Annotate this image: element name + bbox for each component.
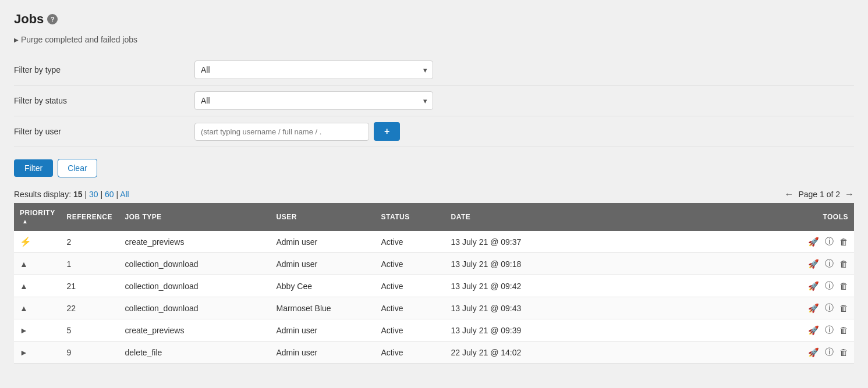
results-separator-1: |	[84, 190, 89, 199]
purge-section: ▶ Purge completed and failed jobs	[14, 35, 854, 44]
tool-rocket-icon[interactable]: 🚀	[808, 281, 819, 291]
tool-rocket-icon[interactable]: 🚀	[808, 325, 819, 336]
cell-date: 22 July 21 @ 14:02	[445, 341, 561, 364]
filter-type-control: All create_previews collection_download …	[194, 60, 433, 79]
tool-delete-icon[interactable]: 🗑	[839, 237, 848, 247]
cell-reference: 2	[61, 231, 119, 253]
pagination-text: Page 1 of 2	[798, 190, 840, 199]
filter-status-row: Filter by status All Active Completed Fa…	[14, 86, 854, 116]
results-display: Results display: 15 | 30 | 60 | All	[14, 190, 129, 199]
filter-user-control: +	[194, 122, 400, 141]
cell-user: Admin user	[270, 341, 375, 364]
col-header-priority[interactable]: PRIORITY ▲	[14, 203, 61, 231]
tool-rocket-icon[interactable]: 🚀	[808, 347, 819, 358]
cell-status: Active	[375, 297, 445, 319]
tool-delete-icon[interactable]: 🗑	[839, 347, 848, 357]
cell-tools: 🚀 ⓘ 🗑	[561, 253, 854, 275]
pagination: ← Page 1 of 2 →	[784, 189, 854, 200]
purge-triangle-icon: ▶	[14, 37, 19, 43]
cell-priority: ►	[14, 319, 61, 341]
cell-reference: 1	[61, 253, 119, 275]
tool-info-icon[interactable]: ⓘ	[825, 325, 834, 336]
filter-type-row: Filter by type All create_previews colle…	[14, 55, 854, 86]
tool-info-icon[interactable]: ⓘ	[825, 347, 834, 358]
filter-type-label: Filter by type	[14, 65, 194, 74]
tool-info-icon[interactable]: ⓘ	[825, 236, 834, 247]
cell-user: Marmoset Blue	[270, 297, 375, 319]
cell-reference: 22	[61, 297, 119, 319]
tool-delete-icon[interactable]: 🗑	[839, 259, 848, 269]
tool-rocket-icon[interactable]: 🚀	[808, 259, 819, 269]
cell-user: Admin user	[270, 231, 375, 253]
cell-jobtype: collection_download	[119, 297, 270, 319]
cell-jobtype: delete_file	[119, 341, 270, 364]
cell-tools: 🚀 ⓘ 🗑	[561, 231, 854, 253]
tool-delete-icon[interactable]: 🗑	[839, 281, 848, 291]
tool-rocket-icon[interactable]: 🚀	[808, 303, 819, 314]
cell-status: Active	[375, 253, 445, 275]
filter-button[interactable]: Filter	[14, 159, 53, 177]
cell-status: Active	[375, 231, 445, 253]
table-row: ▲ 1 collection_download Admin user Activ…	[14, 253, 854, 275]
results-option-all[interactable]: All	[120, 190, 129, 199]
pagination-prev-icon[interactable]: ←	[784, 189, 793, 200]
results-separator-2: |	[100, 190, 105, 199]
filter-user-row: Filter by user +	[14, 116, 854, 147]
action-row: Filter Clear	[14, 149, 854, 183]
cell-jobtype: create_previews	[119, 319, 270, 341]
cell-date: 13 July 21 @ 09:18	[445, 253, 561, 275]
col-header-reference[interactable]: REFERENCE	[61, 203, 119, 231]
table-row: ► 9 delete_file Admin user Active 22 Jul…	[14, 341, 854, 364]
filter-user-label: Filter by user	[14, 127, 194, 136]
tool-delete-icon[interactable]: 🗑	[839, 303, 848, 313]
tool-info-icon[interactable]: ⓘ	[825, 258, 834, 269]
cell-priority: ▲	[14, 297, 61, 319]
sort-arrow-icon: ▲	[22, 218, 28, 225]
results-bar: Results display: 15 | 30 | 60 | All ← Pa…	[14, 189, 854, 200]
help-icon[interactable]: ?	[47, 14, 58, 24]
cell-tools: 🚀 ⓘ 🗑	[561, 319, 854, 341]
col-header-jobtype[interactable]: JOB TYPE	[119, 203, 270, 231]
col-header-date[interactable]: DATE	[445, 203, 561, 231]
filter-status-wrapper: All Active Completed Failed ▾	[194, 91, 433, 110]
filter-type-wrapper: All create_previews collection_download …	[194, 60, 433, 79]
tool-rocket-icon[interactable]: 🚀	[808, 237, 819, 247]
cell-date: 13 July 21 @ 09:37	[445, 231, 561, 253]
clear-button[interactable]: Clear	[58, 159, 97, 177]
purge-link[interactable]: ▶ Purge completed and failed jobs	[14, 35, 854, 44]
cell-tools: 🚀 ⓘ 🗑	[561, 341, 854, 364]
results-current: 15	[73, 190, 83, 199]
tool-delete-icon[interactable]: 🗑	[839, 325, 848, 335]
col-header-status[interactable]: STATUS	[375, 203, 445, 231]
table-row: ▲ 21 collection_download Abby Cee Active…	[14, 275, 854, 297]
results-option-60[interactable]: 60	[105, 190, 114, 199]
tool-info-icon[interactable]: ⓘ	[825, 302, 834, 314]
results-option-30[interactable]: 30	[89, 190, 98, 199]
filter-status-select[interactable]: All Active Completed Failed	[194, 91, 433, 110]
col-header-user[interactable]: USER	[270, 203, 375, 231]
filter-section: Filter by type All create_previews colle…	[14, 55, 854, 147]
cell-user: Admin user	[270, 319, 375, 341]
page-container: Jobs ? ▶ Purge completed and failed jobs…	[0, 0, 868, 388]
cell-status: Active	[375, 275, 445, 297]
cell-date: 13 July 21 @ 09:42	[445, 275, 561, 297]
cell-jobtype: create_previews	[119, 231, 270, 253]
cell-priority: ⚡	[14, 231, 61, 253]
cell-reference: 21	[61, 275, 119, 297]
purge-link-text: Purge completed and failed jobs	[21, 35, 137, 44]
page-title-row: Jobs ?	[14, 12, 854, 27]
filter-user-input[interactable]	[194, 123, 369, 141]
cell-date: 13 July 21 @ 09:43	[445, 297, 561, 319]
filter-status-control: All Active Completed Failed ▾	[194, 91, 433, 110]
cell-date: 13 July 21 @ 09:39	[445, 319, 561, 341]
cell-reference: 5	[61, 319, 119, 341]
add-user-button[interactable]: +	[374, 122, 400, 141]
filter-type-select[interactable]: All create_previews collection_download …	[194, 60, 433, 79]
col-header-tools: TOOLS	[561, 203, 854, 231]
table-header-row: PRIORITY ▲ REFERENCE JOB TYPE USER STATU…	[14, 203, 854, 231]
cell-priority: ►	[14, 341, 61, 364]
tool-info-icon[interactable]: ⓘ	[825, 280, 834, 291]
table-row: ▲ 22 collection_download Marmoset Blue A…	[14, 297, 854, 319]
cell-status: Active	[375, 319, 445, 341]
pagination-next-icon[interactable]: →	[845, 189, 854, 200]
